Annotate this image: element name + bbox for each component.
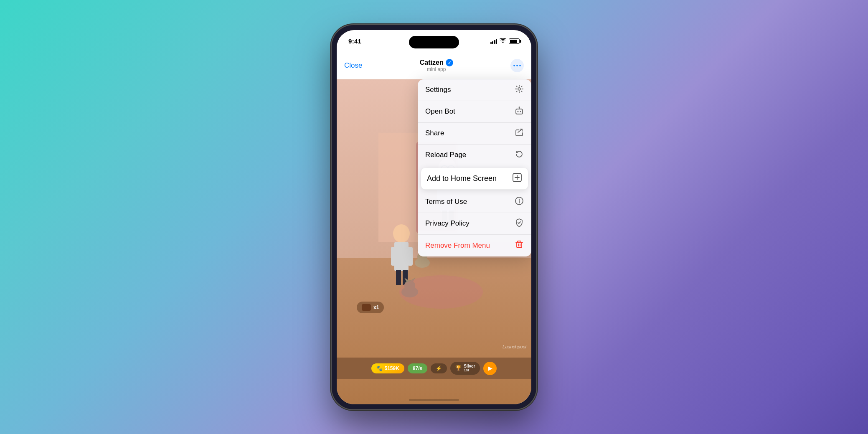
menu-item-terms[interactable]: Terms of Use <box>418 191 531 213</box>
dropdown-menu: Settings Open Bot <box>418 79 531 256</box>
app-title: Catizen ✓ <box>420 59 453 66</box>
app-title-container: Catizen ✓ mini app <box>420 59 453 72</box>
item-icon <box>362 304 371 311</box>
play-button[interactable]: ▶ <box>483 362 497 375</box>
paw-icon: 🐾 <box>376 365 383 371</box>
menu-item-settings[interactable]: Settings <box>418 79 531 101</box>
home-indicator <box>409 399 459 401</box>
svg-point-31 <box>518 88 520 90</box>
app-header: Close Catizen ✓ mini app <box>337 53 531 79</box>
boost-stat: ⚡ <box>431 363 447 373</box>
rate-stat: 87/s <box>408 363 427 373</box>
rank-icon: 🏆 <box>455 365 462 371</box>
signal-bar-4 <box>496 39 497 44</box>
status-icons <box>490 38 520 44</box>
svg-rect-17 <box>394 242 409 271</box>
remove-icon <box>515 240 524 251</box>
svg-point-42 <box>519 198 520 199</box>
signal-bar-3 <box>494 40 495 44</box>
menu-item-remove[interactable]: Remove From Menu <box>418 235 531 256</box>
dynamic-island <box>409 36 459 48</box>
app-subtitle: mini app <box>427 66 446 72</box>
settings-icon <box>515 84 524 96</box>
reload-label: Reload Page <box>425 151 466 159</box>
game-bottom-bar: 🐾 5159K 87/s ⚡ 🏆 Silver 1st ▶ <box>337 358 531 379</box>
boost-icon: ⚡ <box>436 365 442 371</box>
launchpool-label: Launchpool <box>503 344 526 349</box>
more-button[interactable] <box>510 59 524 72</box>
add-home-label: Add to Home Screen <box>427 174 497 183</box>
privacy-icon <box>515 218 524 229</box>
signal-bar-2 <box>492 41 493 44</box>
menu-item-reload[interactable]: Reload Page <box>418 145 531 166</box>
signal-bars-icon <box>490 39 497 44</box>
open-bot-label: Open Bot <box>425 107 455 116</box>
svg-rect-32 <box>516 109 523 114</box>
paw-stat: 🐾 5159K <box>371 363 404 373</box>
svg-point-33 <box>518 111 519 112</box>
item-count: x1 <box>373 305 379 310</box>
add-home-icon <box>512 173 522 185</box>
svg-rect-18 <box>391 247 396 266</box>
rank-label: Silver <box>464 364 475 368</box>
rate-value: 87/s <box>413 365 422 371</box>
menu-item-add-home[interactable]: Add to Home Screen <box>421 168 528 190</box>
svg-point-36 <box>519 107 520 108</box>
menu-item-privacy[interactable]: Privacy Policy <box>418 213 531 235</box>
svg-rect-19 <box>408 247 413 266</box>
menu-item-open-bot[interactable]: Open Bot <box>418 101 531 123</box>
verified-badge-icon: ✓ <box>446 59 453 66</box>
item-badge: x1 <box>357 302 384 313</box>
svg-point-30 <box>399 275 483 309</box>
rank-sub: 1st <box>464 368 475 373</box>
close-button[interactable]: Close <box>344 61 362 70</box>
privacy-label: Privacy Policy <box>425 219 470 228</box>
svg-point-2 <box>516 65 518 66</box>
wifi-icon <box>500 38 506 44</box>
svg-rect-43 <box>517 242 522 248</box>
terms-icon <box>515 196 524 208</box>
paw-count: 5159K <box>385 365 399 371</box>
battery-fill <box>510 40 518 43</box>
signal-bar-1 <box>490 42 492 44</box>
phone-container: 9:41 <box>332 25 536 409</box>
rank-stat: 🏆 Silver 1st <box>450 362 480 375</box>
status-time: 9:41 <box>348 38 361 45</box>
svg-rect-20 <box>396 270 401 285</box>
rank-info: Silver 1st <box>464 364 475 373</box>
reload-icon <box>515 150 524 161</box>
svg-point-34 <box>520 111 521 112</box>
settings-label: Settings <box>425 86 451 94</box>
phone-screen: 9:41 <box>337 30 531 404</box>
menu-item-share[interactable]: Share <box>418 123 531 145</box>
terms-label: Terms of Use <box>425 198 467 206</box>
svg-point-3 <box>519 65 521 66</box>
svg-point-1 <box>513 65 515 66</box>
battery-icon <box>509 38 520 44</box>
svg-point-16 <box>393 224 410 243</box>
svg-point-0 <box>503 42 504 43</box>
remove-label: Remove From Menu <box>425 241 490 250</box>
share-icon <box>515 128 524 139</box>
play-icon: ▶ <box>488 365 492 371</box>
open-bot-icon <box>515 106 524 117</box>
share-label: Share <box>425 129 444 137</box>
